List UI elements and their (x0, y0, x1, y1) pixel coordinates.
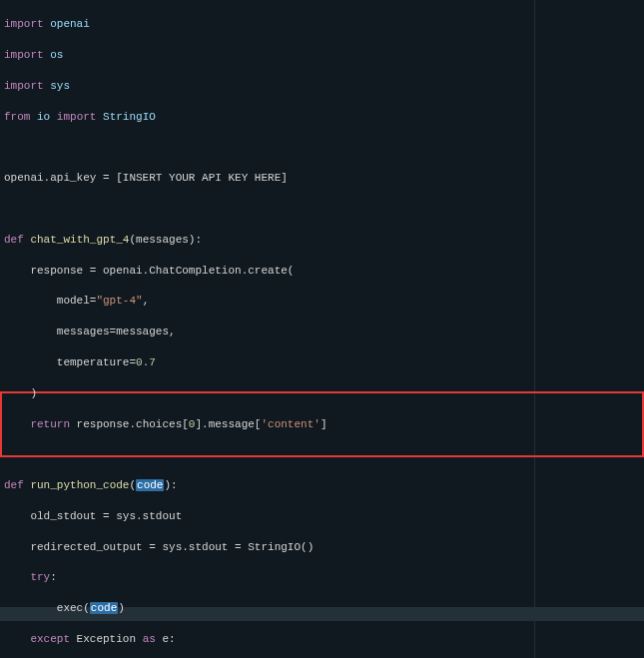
code-text: : (50, 571, 57, 583)
code-text: redirected_output = sys.stdout = StringI… (4, 541, 314, 553)
code-line[interactable] (4, 447, 644, 462)
code-line[interactable]: import os (4, 48, 644, 63)
string: "gpt-4" (96, 295, 142, 307)
code-line[interactable]: temperature=0.7 (4, 355, 644, 370)
code-line[interactable]: return response.choices[0].message['cont… (4, 417, 644, 432)
code-text: old_stdout = sys.stdout (4, 510, 182, 522)
module: os (50, 49, 63, 61)
keyword: import (4, 49, 44, 61)
code-text: model= (4, 295, 96, 307)
code-text: , (143, 295, 150, 307)
code-text: e: (156, 633, 176, 645)
code-text: ].message[ (195, 418, 261, 430)
code-line[interactable]: model="gpt-4", (4, 294, 644, 309)
code-text: ) (4, 387, 37, 399)
string: 'content' (261, 418, 320, 430)
code-text: exec( (4, 602, 90, 614)
code-text: ) (118, 602, 125, 614)
code-text: ] (321, 418, 327, 430)
code-line[interactable]: import sys (4, 79, 644, 94)
code-line[interactable]: except Exception as e: (4, 632, 644, 647)
keyword: import (4, 80, 44, 92)
code-line[interactable] (4, 202, 644, 217)
symbol: StringIO (103, 111, 156, 123)
module: io (37, 111, 50, 123)
keyword: import (57, 111, 97, 123)
code-text: response.choices[ (70, 418, 189, 430)
code-text: (messages): (129, 234, 202, 246)
code-line[interactable]: import openai (4, 17, 644, 32)
code-editor[interactable]: import openai import os import sys from … (0, 0, 644, 658)
keyword: import (4, 18, 44, 30)
keyword: def (4, 479, 24, 491)
code-line[interactable]: ) (4, 386, 644, 401)
code-text: ): (164, 479, 177, 491)
func-name: run_python_code (30, 479, 129, 491)
func-name: chat_with_gpt_4 (30, 234, 129, 246)
code-line[interactable]: exec(code) (4, 601, 644, 616)
number: 0.7 (136, 356, 156, 368)
module: openai (50, 18, 90, 30)
code-line[interactable]: messages=messages, (4, 325, 644, 339)
code-line[interactable]: try: (4, 570, 644, 585)
code-line[interactable]: old_stdout = sys.stdout (4, 509, 644, 524)
keyword: def (4, 234, 24, 246)
keyword: as (143, 633, 156, 645)
code-text: openai.api_key = [INSERT YOUR API KEY HE… (4, 172, 288, 184)
keyword: try (4, 571, 50, 583)
code-text: response = openai.ChatCompletion.create( (4, 265, 294, 277)
code-line[interactable]: def chat_with_gpt_4(messages): (4, 233, 644, 248)
code-line[interactable]: response = openai.ChatCompletion.create( (4, 264, 644, 279)
code-line[interactable]: from io import StringIO (4, 110, 644, 125)
code-line[interactable] (4, 141, 644, 156)
code-text: Exception (70, 633, 143, 645)
highlight-code: code (90, 602, 118, 614)
module: sys (50, 80, 70, 92)
keyword: except (4, 633, 70, 645)
keyword: return (4, 418, 70, 430)
code-line[interactable]: redirected_output = sys.stdout = StringI… (4, 540, 644, 555)
keyword: from (4, 111, 30, 123)
highlight-code: code (136, 479, 164, 491)
code-text: messages=messages, (4, 326, 176, 337)
code-text: temperature= (4, 356, 136, 368)
code-line[interactable]: def run_python_code(code): (4, 478, 644, 493)
code-line[interactable]: openai.api_key = [INSERT YOUR API KEY HE… (4, 171, 644, 186)
